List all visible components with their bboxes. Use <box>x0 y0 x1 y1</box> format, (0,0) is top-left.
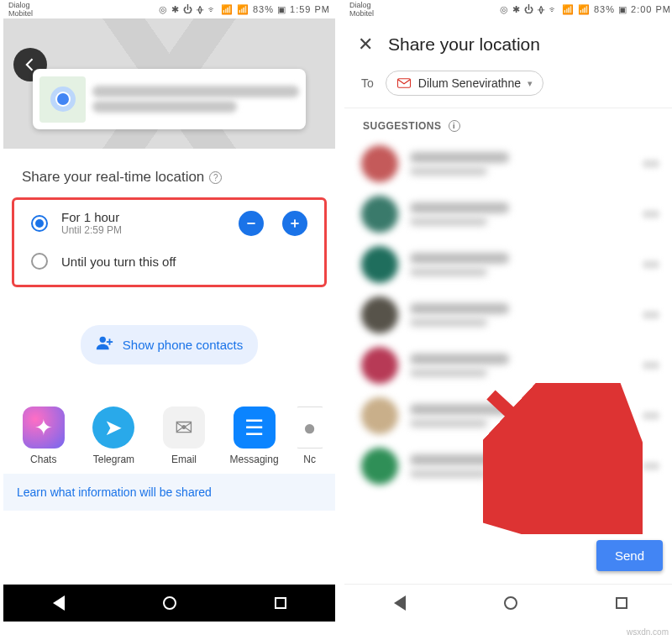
show-contacts-label: Show phone contacts <box>123 338 243 352</box>
email-icon: ✉ <box>163 407 205 449</box>
clock: 2:00 PM <box>631 4 671 14</box>
location-text <box>92 82 299 116</box>
option-until-off[interactable]: Until you turn this off <box>14 244 324 278</box>
help-icon[interactable]: ? <box>209 171 222 184</box>
nav-home-button[interactable] <box>163 596 176 610</box>
option-label: For 1 hour <box>61 210 220 224</box>
recipient-name: Dilum Senevirathne <box>418 76 521 90</box>
avatar <box>361 246 398 283</box>
suggestion-action-icon <box>643 462 659 470</box>
avatar <box>361 347 398 384</box>
decrease-button[interactable] <box>239 211 264 236</box>
suggestions-header: SUGGESTIONS i <box>344 108 672 135</box>
phone-right: Dialog Mobitel ◎ ✱ ⏻ ᚖ ᯤ 📶 📶 83% ▣ 2:00 … <box>344 0 672 622</box>
suggestion-action-icon <box>643 361 659 370</box>
suggestion-item[interactable] <box>356 441 664 491</box>
share-app-telegram[interactable]: ➤ Telegram <box>87 407 141 465</box>
gmail-icon <box>396 76 412 91</box>
chevron-down-icon: ▾ <box>528 78 533 89</box>
nav-back-button[interactable] <box>53 595 65 611</box>
page-title: Share your location <box>388 34 540 55</box>
phone-left: Dialog Mobitel ◎ ✱ ⏻ ᚖ ᯤ 📶 📶 83% ▣ 1:59 … <box>3 0 335 622</box>
radio-selected-icon <box>31 215 48 232</box>
plus-icon <box>289 218 301 229</box>
suggestion-action-icon <box>643 412 659 420</box>
suggestion-item[interactable] <box>356 340 664 391</box>
to-label: To <box>361 76 374 90</box>
suggestion-action-icon <box>643 260 659 269</box>
nav-recents-button[interactable] <box>275 597 286 609</box>
person-add-icon <box>96 333 114 356</box>
status-bar: Dialog Mobitel ◎ ✱ ⏻ ᚖ ᯤ 📶 📶 83% ▣ 1:59 … <box>3 0 335 18</box>
suggestion-item[interactable] <box>356 139 664 189</box>
suggestion-action-icon <box>643 210 659 218</box>
chats-icon: ✦ <box>23 407 65 449</box>
highlight-box: For 1 hour Until 2:59 PM Until you turn … <box>12 197 327 287</box>
nav-recents-button[interactable] <box>616 597 627 609</box>
option-label: Until you turn this off <box>61 254 307 269</box>
share-app-chats[interactable]: ✦ Chats <box>16 407 71 465</box>
svg-point-3 <box>99 337 105 343</box>
suggestion-item[interactable] <box>356 239 664 290</box>
map-header <box>3 18 335 149</box>
radio-unselected-icon <box>31 253 48 270</box>
suggestion-item[interactable] <box>356 189 664 239</box>
svg-rect-0 <box>247 223 255 224</box>
option-for-1-hour[interactable]: For 1 hour Until 2:59 PM <box>14 202 324 244</box>
location-thumb <box>39 76 86 123</box>
learn-link[interactable]: Learn what information will be shared <box>3 474 335 511</box>
avatar <box>361 145 398 182</box>
messaging-icon: ☰ <box>234 407 276 449</box>
svg-rect-2 <box>294 219 296 227</box>
info-icon[interactable]: i <box>449 120 460 132</box>
watermark: wsxdn.com <box>627 627 669 637</box>
suggestions-list <box>344 135 672 495</box>
nav-home-button[interactable] <box>504 596 517 610</box>
avatar <box>361 448 398 485</box>
avatar <box>361 296 398 333</box>
svg-rect-6 <box>397 79 410 88</box>
carrier-label: Dialog Mobitel <box>8 1 33 18</box>
share-apps-row: ✦ Chats ➤ Telegram ✉ Email ☰ Messaging ●… <box>3 365 335 474</box>
share-section-title: Share your real-time location ? <box>3 149 335 197</box>
suggestion-item[interactable] <box>356 391 664 441</box>
increase-button[interactable] <box>282 211 307 236</box>
share-app-email[interactable]: ✉ Email <box>156 407 211 465</box>
minus-icon <box>245 218 257 229</box>
clock: 1:59 PM <box>290 4 330 14</box>
suggestion-item[interactable] <box>356 290 664 340</box>
android-navbar <box>3 584 335 622</box>
share-app-more[interactable]: ● Nc <box>297 407 323 465</box>
show-contacts-button[interactable]: Show phone contacts <box>81 325 258 365</box>
nav-back-button[interactable] <box>394 595 406 611</box>
suggestion-action-icon <box>643 160 659 168</box>
carrier-label: Dialog Mobitel <box>349 1 374 18</box>
status-icons: ◎ ✱ ⏻ ᚖ ᯤ 📶 📶 83% ▣ 2:00 PM <box>500 4 672 15</box>
close-button[interactable]: ✕ <box>358 34 373 55</box>
more-icon: ● <box>297 407 323 449</box>
share-app-messaging[interactable]: ☰ Messaging <box>227 407 281 465</box>
share-header: ✕ Share your location <box>344 18 672 66</box>
status-icons: ◎ ✱ ⏻ ᚖ ᯤ 📶 📶 83% ▣ 1:59 PM <box>159 4 331 15</box>
send-button[interactable]: Send <box>596 540 663 571</box>
pin-icon <box>57 93 69 105</box>
status-bar: Dialog Mobitel ◎ ✱ ⏻ ᚖ ᯤ 📶 📶 83% ▣ 2:00 … <box>344 0 672 18</box>
show-contacts-row: Show phone contacts <box>3 325 335 365</box>
to-row: To Dilum Senevirathne ▾ <box>344 66 672 108</box>
suggestion-action-icon <box>643 311 659 319</box>
svg-rect-5 <box>107 341 113 343</box>
location-info-card[interactable] <box>33 69 306 129</box>
recipient-chip[interactable]: Dilum Senevirathne ▾ <box>386 71 543 96</box>
option-sublabel: Until 2:59 PM <box>61 224 220 236</box>
android-navbar <box>344 584 672 622</box>
avatar <box>361 397 398 434</box>
avatar <box>361 196 398 233</box>
telegram-icon: ➤ <box>92 407 134 449</box>
